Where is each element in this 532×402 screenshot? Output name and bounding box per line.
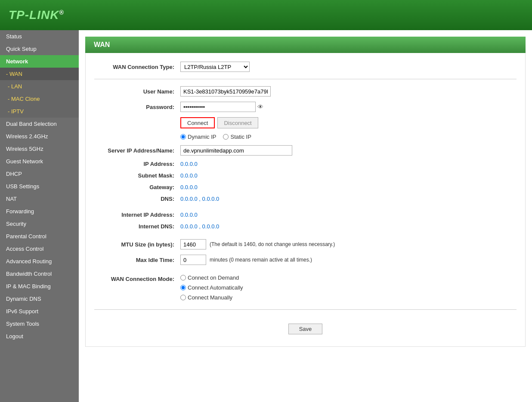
ip-address-label: IP Address:: [94, 161, 180, 167]
sidebar-item-dual-band[interactable]: Dual Band Selection: [0, 118, 79, 130]
save-row: Save: [94, 317, 517, 338]
wan-connection-type-label: WAN Connection Type:: [94, 64, 180, 70]
internet-dns-label: Internet DNS:: [94, 223, 180, 230]
internet-dns-value: 0.0.0.0 , 0.0.0.0: [180, 223, 219, 230]
disconnect-button[interactable]: Disconnect: [217, 117, 258, 128]
sidebar-item-forwarding[interactable]: Forwarding: [0, 205, 79, 218]
mode-manually-label[interactable]: Connect Manually: [180, 294, 243, 301]
main-content: WAN WAN Connection Type: L2TP/Russia L2T…: [79, 30, 532, 402]
dynamic-ip-label: Dynamic IP: [188, 134, 216, 140]
password-input[interactable]: [180, 102, 256, 112]
internet-ip-value: 0.0.0.0: [180, 212, 198, 218]
sidebar-item-status[interactable]: Status: [0, 30, 79, 43]
mtu-input[interactable]: [180, 239, 206, 249]
subnet-mask-row: Subnet Mask: 0.0.0.0: [94, 172, 517, 179]
sidebar-item-lan[interactable]: - LAN: [0, 80, 79, 93]
mode-automatically-text: Connect Automatically: [188, 284, 243, 291]
max-idle-row: Max Idle Time: minutes (0 means remain a…: [94, 255, 517, 265]
sidebar-item-ipv6-support[interactable]: IPv6 Support: [0, 305, 79, 318]
mode-automatically-label[interactable]: Connect Automatically: [180, 284, 243, 291]
mode-manually-text: Connect Manually: [188, 294, 232, 301]
wan-mode-row: WAN Connection Mode: Connect on Demand C…: [94, 274, 517, 301]
static-ip-radio-label[interactable]: Static IP: [223, 134, 251, 140]
sidebar-item-wireless-24[interactable]: Wireless 2.4GHz: [0, 130, 79, 143]
sidebar-item-bandwidth-control[interactable]: Bandwidth Control: [0, 268, 79, 280]
sidebar-item-ip-mac-binding[interactable]: IP & MAC Binding: [0, 280, 79, 293]
mtu-hint: (The default is 1460, do not change unle…: [210, 241, 335, 247]
username-input[interactable]: [180, 86, 271, 97]
gateway-label: Gateway:: [94, 184, 180, 190]
sidebar-item-wan[interactable]: - WAN: [0, 68, 79, 80]
sidebar-item-dynamic-dns[interactable]: Dynamic DNS: [0, 293, 79, 305]
ip-address-value: 0.0.0.0: [180, 161, 198, 167]
ip-type-row: Dynamic IP Static IP: [94, 134, 517, 140]
wan-connection-type-row: WAN Connection Type: L2TP/Russia L2TP Dy…: [94, 62, 517, 72]
mode-on-demand-text: Connect on Demand: [188, 274, 239, 281]
server-ip-input[interactable]: [180, 145, 292, 156]
dns-label: DNS:: [94, 196, 180, 202]
server-ip-row: Server IP Address/Name:: [94, 145, 517, 156]
sidebar-item-advanced-routing[interactable]: Advanced Routing: [0, 255, 79, 268]
dynamic-ip-radio-label[interactable]: Dynamic IP: [180, 134, 216, 140]
username-row: User Name:: [94, 86, 517, 97]
sidebar-item-quick-setup[interactable]: Quick Setup: [0, 43, 79, 55]
sidebar-item-network[interactable]: Network: [0, 55, 79, 68]
mode-automatically-radio[interactable]: [180, 285, 186, 290]
internet-dns-row: Internet DNS: 0.0.0.0 , 0.0.0.0: [94, 223, 517, 230]
mtu-label: MTU Size (in bytes):: [94, 241, 180, 248]
logo: TP-LINK®: [9, 8, 64, 22]
sidebar: StatusQuick SetupNetwork- WAN- LAN- MAC …: [0, 30, 79, 402]
dns-row: DNS: 0.0.0.0 , 0.0.0.0: [94, 196, 517, 202]
sidebar-item-access-control[interactable]: Access Control: [0, 243, 79, 255]
ip-address-row: IP Address: 0.0.0.0: [94, 161, 517, 167]
password-row: Password: 👁: [94, 102, 517, 112]
header: TP-LINK®: [0, 0, 532, 30]
dynamic-ip-radio[interactable]: [180, 134, 186, 140]
sidebar-item-security[interactable]: Security: [0, 218, 79, 230]
sidebar-item-system-tools[interactable]: System Tools: [0, 318, 79, 330]
wan-connection-type-select[interactable]: L2TP/Russia L2TP Dynamic IP PPPoE/Russia…: [180, 62, 250, 72]
connect-button[interactable]: Connect: [180, 117, 215, 128]
max-idle-hint: minutes (0 means remain active at all ti…: [210, 257, 312, 263]
sidebar-item-usb-settings[interactable]: USB Settings: [0, 180, 79, 193]
subnet-mask-value: 0.0.0.0: [180, 172, 198, 179]
sidebar-item-nat[interactable]: NAT: [0, 193, 79, 205]
mtu-row: MTU Size (in bytes): (The default is 146…: [94, 239, 517, 249]
wan-mode-options: Connect on Demand Connect Automatically …: [180, 274, 243, 301]
mode-manually-radio[interactable]: [180, 295, 186, 300]
sidebar-item-parental-control[interactable]: Parental Control: [0, 230, 79, 243]
sidebar-item-wireless-5[interactable]: Wireless 5GHz: [0, 143, 79, 155]
page-title: WAN: [85, 37, 526, 53]
mode-on-demand-label[interactable]: Connect on Demand: [180, 274, 243, 281]
internet-ip-row: Internet IP Address: 0.0.0.0: [94, 212, 517, 218]
server-ip-label: Server IP Address/Name:: [94, 147, 180, 154]
internet-ip-label: Internet IP Address:: [94, 212, 180, 218]
static-ip-label: Static IP: [230, 134, 251, 140]
max-idle-input[interactable]: [180, 255, 206, 265]
sidebar-item-dhcp[interactable]: DHCP: [0, 168, 79, 180]
username-label: User Name:: [94, 88, 180, 95]
mode-on-demand-radio[interactable]: [180, 275, 186, 280]
max-idle-label: Max Idle Time:: [94, 257, 180, 263]
password-container: 👁: [180, 102, 265, 112]
dns-value: 0.0.0.0 , 0.0.0.0: [180, 196, 219, 202]
wan-mode-label: WAN Connection Mode:: [94, 274, 180, 282]
password-toggle-icon[interactable]: 👁: [256, 102, 265, 112]
logo-text: TP-LINK: [9, 8, 59, 22]
content-area: WAN Connection Type: L2TP/Russia L2TP Dy…: [85, 53, 526, 347]
subnet-mask-label: Subnet Mask:: [94, 172, 180, 179]
sidebar-item-guest-network[interactable]: Guest Network: [0, 155, 79, 168]
static-ip-radio[interactable]: [223, 134, 229, 140]
sidebar-item-mac-clone[interactable]: - MAC Clone: [0, 93, 79, 105]
sidebar-item-iptv[interactable]: - IPTV: [0, 105, 79, 118]
gateway-value: 0.0.0.0: [180, 184, 198, 190]
password-label: Password:: [94, 104, 180, 110]
sidebar-item-logout[interactable]: Logout: [0, 330, 79, 343]
ip-type-radio-group: Dynamic IP Static IP: [180, 134, 251, 140]
gateway-row: Gateway: 0.0.0.0: [94, 184, 517, 190]
save-button[interactable]: Save: [288, 324, 323, 334]
connect-buttons-row: Connect Disconnect: [94, 117, 517, 128]
